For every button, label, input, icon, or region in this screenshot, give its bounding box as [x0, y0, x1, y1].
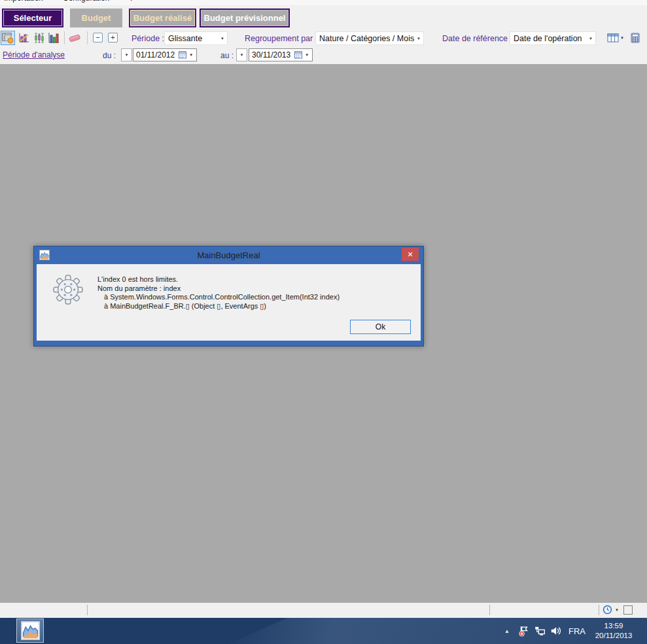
- tray-date: 20/11/2013: [595, 631, 633, 641]
- menu-bar: Importation Configuration ?: [0, 0, 647, 5]
- status-clock-button[interactable]: ▼: [603, 605, 619, 615]
- date-reference-select[interactable]: Date de l'opération ▼: [510, 31, 596, 45]
- tray-volume-icon: [550, 625, 561, 637]
- menu-configuration[interactable]: Configuration: [63, 0, 109, 5]
- application-window: Importation Configuration ? Sélecteur Bu…: [0, 0, 647, 644]
- chevron-down-icon: ▼: [305, 53, 309, 57]
- regroupement-label: Regroupement par :: [245, 34, 317, 43]
- eraser-button[interactable]: [67, 31, 82, 45]
- chevron-down-icon: ▼: [615, 608, 619, 612]
- tray-clock-button[interactable]: 13:59 20/11/2013: [592, 618, 635, 644]
- app-chart-icon: [21, 621, 40, 640]
- dialog-title: MainBudgetReal: [34, 246, 423, 264]
- pivot-table-button[interactable]: [1, 31, 15, 45]
- chevron-down-icon: ▼: [620, 36, 624, 40]
- columns-button[interactable]: ▼: [607, 31, 624, 45]
- date-from-field[interactable]: 01/11/2012 ▼: [133, 48, 197, 61]
- calendar-icon: [294, 51, 302, 59]
- taskbar: ▲ FRA: [0, 618, 647, 644]
- calculator-icon: [630, 33, 640, 43]
- chart-edit-button[interactable]: [17, 31, 31, 45]
- whisker-chart-icon: [33, 32, 45, 44]
- calculator-button[interactable]: [628, 31, 642, 45]
- du-label: du :: [103, 51, 116, 60]
- date-reference-label: Date de référence :: [442, 34, 512, 43]
- status-separator: [489, 605, 490, 615]
- taskbar-app-button[interactable]: [16, 619, 44, 643]
- au-label: au :: [220, 51, 234, 60]
- collapse-button[interactable]: −: [93, 33, 103, 42]
- bar-chart-icon: [48, 32, 60, 44]
- dialog-body: L'index 0 est hors limites. Nom du param…: [37, 264, 421, 341]
- close-icon: ✕: [407, 250, 413, 259]
- tray-time: 13:59: [604, 621, 623, 631]
- budget-previsionnel-button[interactable]: Budget prévisionnel: [200, 8, 290, 27]
- pivot-table-icon: [2, 32, 14, 44]
- regroupement-value: Nature / Catégories / Mois: [319, 34, 414, 43]
- budget-button[interactable]: Budget: [70, 8, 122, 27]
- tray-volume-button[interactable]: [548, 618, 563, 644]
- dialog-title-bar[interactable]: MainBudgetReal ✕: [34, 246, 423, 264]
- error-line: à MainBudgetReal.F_BR.▯ (Object ▯, Event…: [97, 302, 340, 311]
- chevron-down-icon: ▼: [589, 37, 593, 41]
- columns-icon: [607, 33, 619, 43]
- tray-flag-icon: [518, 625, 530, 637]
- gear-icon: [52, 274, 84, 305]
- date-to-field[interactable]: 30/11/2013 ▼: [249, 48, 313, 61]
- whisker-chart-button[interactable]: [32, 31, 46, 45]
- chevron-down-icon: ▼: [189, 53, 193, 57]
- error-message: L'index 0 est hors limites. Nom du param…: [97, 275, 340, 311]
- date-reference-value: Date de l'opération: [514, 34, 582, 43]
- chevron-down-icon: ▼: [240, 53, 244, 57]
- chevron-down-icon: ▼: [220, 37, 224, 41]
- date-to-value: 30/11/2013: [252, 50, 290, 59]
- status-grip[interactable]: [623, 605, 633, 615]
- regroupement-select[interactable]: Nature / Catégories / Mois ▼: [315, 31, 424, 45]
- menu-importation[interactable]: Importation: [4, 0, 43, 5]
- error-dialog: MainBudgetReal ✕: [33, 246, 424, 347]
- chevron-down-icon: ▼: [417, 37, 421, 41]
- chevron-down-icon: ▼: [125, 53, 129, 57]
- periode-analyse-link[interactable]: Période d'analyse: [3, 50, 65, 59]
- menu-help[interactable]: ?: [129, 0, 133, 5]
- status-separator: [87, 605, 88, 615]
- period-analysis-row: Période d'analyse du : ▼ 01/11/2012 ▼ au…: [0, 47, 647, 64]
- bar-chart-button[interactable]: [46, 31, 61, 45]
- error-line: Nom du paramètre : index: [97, 284, 340, 294]
- clock-icon: [603, 605, 612, 615]
- calendar-icon: [179, 51, 186, 59]
- selecteur-button[interactable]: Sélecteur: [2, 8, 63, 27]
- error-line: à System.Windows.Forms.Control.ControlCo…: [97, 293, 340, 302]
- budget-realise-button[interactable]: Budget réalisé: [129, 8, 196, 27]
- status-bar: ▼: [0, 603, 647, 618]
- toolbar-separator: [87, 31, 88, 44]
- du-mode-select[interactable]: ▼: [121, 48, 132, 61]
- tray-network-icon: [534, 625, 546, 637]
- toolbar-separator: [64, 31, 65, 44]
- expand-button[interactable]: +: [108, 33, 118, 42]
- close-button[interactable]: ✕: [402, 248, 419, 261]
- tray-expand-icon: ▲: [504, 628, 510, 634]
- error-line: L'index 0 est hors limites.: [97, 275, 340, 284]
- ok-button[interactable]: Ok: [350, 320, 411, 334]
- language-label: FRA: [568, 626, 586, 636]
- tray-overflow-button[interactable]: ▲: [501, 618, 513, 644]
- periode-select[interactable]: Glissante ▼: [164, 31, 228, 45]
- date-from-value: 01/11/2012: [136, 50, 175, 59]
- bar-chart-edit-icon: [18, 32, 30, 44]
- periode-value: Glissante: [168, 34, 202, 43]
- tray-action-center-button[interactable]: [517, 618, 531, 644]
- status-separator: [599, 605, 599, 615]
- toolbar: − + Période : Glissante ▼ Regroupement p…: [0, 29, 647, 47]
- eraser-icon: [68, 33, 81, 42]
- periode-label: Période :: [131, 34, 164, 43]
- tray-language-button[interactable]: FRA: [567, 618, 587, 644]
- tray-network-button[interactable]: [533, 618, 547, 644]
- au-mode-select[interactable]: ▼: [236, 48, 247, 61]
- nav-button-row: Sélecteur Budget Budget réalisé Budget p…: [0, 5, 647, 29]
